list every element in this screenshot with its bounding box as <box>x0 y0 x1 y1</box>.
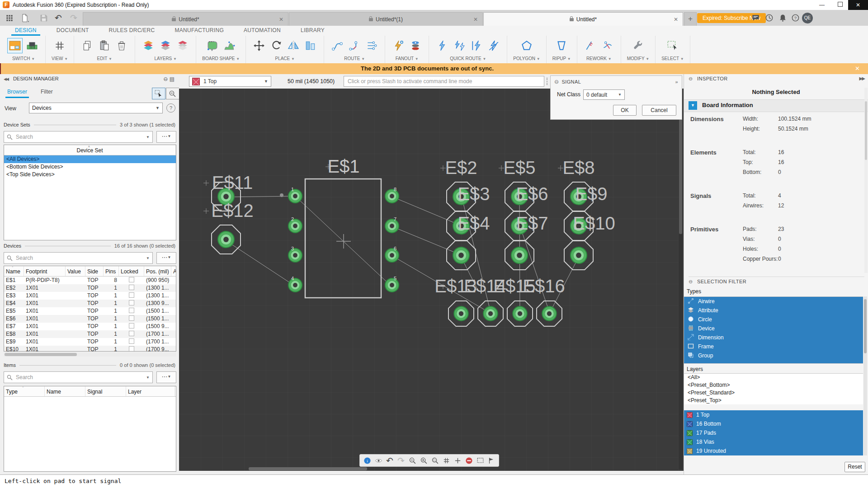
grid-icon[interactable] <box>442 456 451 465</box>
plus-icon[interactable] <box>453 456 462 465</box>
filter-scrollbar[interactable] <box>863 296 867 455</box>
layer-row-1-top[interactable]: 1 Top <box>684 410 863 419</box>
board-2d-icon[interactable] <box>8 38 22 53</box>
zoom-to-selection-button[interactable] <box>166 88 179 99</box>
eye-icon[interactable] <box>374 456 383 465</box>
comments-icon[interactable] <box>751 14 762 23</box>
route-angle-icon[interactable] <box>347 38 362 53</box>
table-row[interactable]: E$21X01TOP1(1300 1... <box>4 284 176 292</box>
type-filter-attribute[interactable]: Attribute <box>684 306 863 315</box>
zoom-in-icon[interactable] <box>419 456 428 465</box>
reset-button[interactable]: Reset <box>844 462 865 472</box>
via-stack-icon[interactable] <box>408 38 423 53</box>
rotate-icon[interactable] <box>269 38 283 53</box>
delete-icon[interactable] <box>114 38 129 53</box>
locked-checkbox[interactable] <box>129 346 134 352</box>
board-information-row[interactable]: ▼ Board Information <box>684 99 868 112</box>
type-filter-device[interactable]: Device <box>684 324 863 333</box>
items-menu-button[interactable]: ⋯▼ <box>156 371 176 383</box>
layer-row-18-vias[interactable]: 18 Vias <box>684 437 863 446</box>
tab-browser[interactable]: Browser <box>5 89 29 98</box>
devices-table-hscrollbar[interactable] <box>4 352 176 357</box>
quick-route-settings-icon[interactable] <box>486 38 501 53</box>
board-spline-icon[interactable] <box>222 38 237 53</box>
redo-icon[interactable]: ↷ <box>396 456 406 465</box>
document-tab[interactable]: Untitled*✕ <box>483 12 683 26</box>
items-table-header[interactable]: ˆTypeNameSignalLayer <box>4 386 176 397</box>
device-set-row[interactable]: <Top Side Devices> <box>4 171 176 178</box>
close-tab-icon[interactable]: ✕ <box>674 16 678 23</box>
new-tab-button[interactable]: + <box>684 12 697 27</box>
document-tab[interactable]: Untitled*(1)✕ <box>289 12 483 26</box>
layers-c-icon[interactable] <box>175 38 190 53</box>
type-filter-circle[interactable]: Circle <box>684 315 863 324</box>
type-filter-airwire[interactable]: Airwire <box>684 297 863 306</box>
panel-drag-handle[interactable] <box>547 78 547 85</box>
ribbon-group-label[interactable]: REWORK ▼ <box>586 56 612 61</box>
close-window-button[interactable]: ✕ <box>848 0 868 10</box>
align-icon[interactable] <box>303 38 318 53</box>
quick-route-icon[interactable] <box>435 38 449 53</box>
ribbon-group-label[interactable]: QUICK ROUTE ▼ <box>450 56 486 61</box>
ripup-icon[interactable] <box>554 38 569 53</box>
items-column-header[interactable]: Name <box>45 386 85 396</box>
devices-column-header[interactable]: Pins <box>104 266 119 276</box>
panel-header-icons[interactable]: ⊖ ▤ <box>163 76 175 82</box>
redo-icon[interactable]: ↷ <box>69 14 79 23</box>
ribbon-tab-document[interactable]: DOCUMENT <box>53 26 93 36</box>
view-dropdown[interactable]: Devices ▼ <box>29 103 163 113</box>
layer-row-19-unrouted[interactable]: 19 Unrouted <box>684 446 863 455</box>
quick-route-all-icon[interactable] <box>469 38 484 53</box>
ribbon-tab-rules-drc-erc[interactable]: RULES DRC/ERC <box>105 26 159 36</box>
ok-button[interactable]: OK <box>613 105 637 116</box>
mirror-icon[interactable] <box>286 38 301 53</box>
table-row[interactable]: E$41X01TOP1(1300 9... <box>4 300 176 307</box>
ribbon-group-label[interactable]: BOARD SHAPE ▼ <box>202 56 240 61</box>
info-icon[interactable]: i <box>363 456 372 465</box>
tab-filter[interactable]: Filter <box>41 89 53 95</box>
close-tab-icon[interactable]: ✕ <box>279 16 283 23</box>
canvas-hscrollbar[interactable] <box>180 467 677 471</box>
layers-b-icon[interactable] <box>158 38 173 53</box>
bell-icon[interactable] <box>778 14 789 23</box>
ribbon-group-label[interactable]: POLYGON ▼ <box>513 56 540 61</box>
expander-arrow-icon[interactable]: ▼ <box>689 101 697 110</box>
zoom-out-icon[interactable] <box>408 456 417 465</box>
locked-checkbox[interactable] <box>129 315 134 321</box>
ribbon-group-label[interactable]: LAYERS ▼ <box>155 56 177 61</box>
table-row[interactable]: E$91X01TOP1(1700 1... <box>4 338 176 346</box>
quick-route-pair-icon[interactable] <box>452 38 467 53</box>
type-filter-dimension[interactable]: Dimension <box>684 333 863 342</box>
stop-icon[interactable] <box>464 456 473 465</box>
type-filter-frame[interactable]: Frame <box>684 342 863 351</box>
file-new-icon[interactable]: ▾ <box>20 14 30 23</box>
document-tab[interactable]: Untitled*✕ <box>83 12 288 26</box>
rework-cut-icon[interactable] <box>600 38 615 53</box>
device-sets-search-input[interactable] <box>15 133 146 141</box>
devices-table-header[interactable]: ˆNameFootprintValueSidePinsLockedPos. (m… <box>4 266 176 277</box>
minimize-button[interactable]: — <box>814 0 830 10</box>
command-line-input[interactable] <box>344 76 544 86</box>
layer-row-17-pads[interactable]: 17 Pads <box>684 428 863 437</box>
rework-path-icon[interactable] <box>583 38 598 53</box>
devices-column-header[interactable]: A <box>171 266 176 276</box>
collapse-panel-icon[interactable]: ◀◀ <box>4 77 8 81</box>
board-outline-icon[interactable] <box>205 38 220 53</box>
board-3d-icon[interactable] <box>25 38 39 53</box>
route-icon[interactable] <box>330 38 344 53</box>
expand-dialog-icon[interactable]: » <box>675 79 678 84</box>
undo-icon[interactable]: ↶ <box>53 14 63 23</box>
move-icon[interactable] <box>252 38 266 53</box>
items-column-header[interactable]: ˆType <box>4 386 45 396</box>
save-icon[interactable] <box>39 14 49 23</box>
select-box-icon[interactable] <box>665 38 680 53</box>
net-class-dropdown[interactable]: 0 default ▼ <box>583 89 625 100</box>
help-icon[interactable]: ? <box>791 14 802 23</box>
table-row[interactable]: E$31X01TOP1(1300 1... <box>4 292 176 300</box>
command-line[interactable] <box>344 76 544 87</box>
signal-dialog-header[interactable]: ⊖ SIGNAL » <box>551 76 682 88</box>
cancel-button[interactable]: Cancel <box>642 105 676 116</box>
measure-icon[interactable] <box>487 456 496 465</box>
layer-row-16-bottom[interactable]: 16 Bottom <box>684 419 863 428</box>
device-sets-menu-button[interactable]: ⋯▼ <box>156 131 176 143</box>
